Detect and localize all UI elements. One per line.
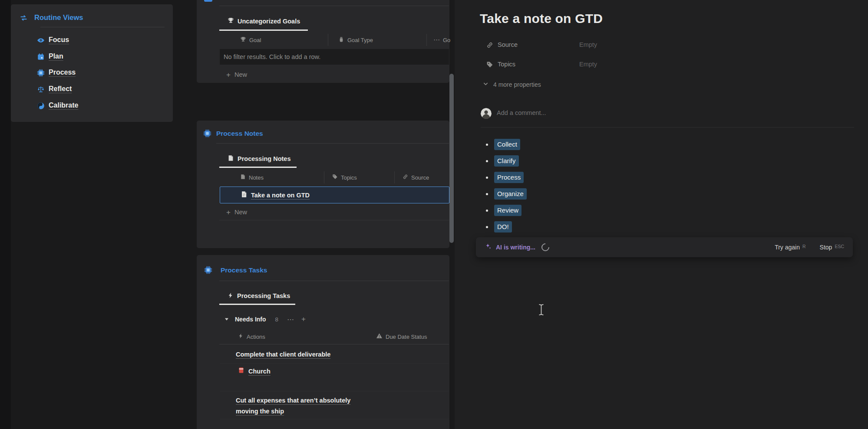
group-header-needs-info: Needs Info 8 ⋯ + [224, 313, 306, 325]
new-row-button[interactable]: + New [220, 205, 449, 219]
property-value[interactable]: Empty [579, 61, 597, 68]
triangle-down-icon[interactable] [224, 315, 229, 323]
selected-note-row[interactable]: Take a note on GTD [220, 187, 449, 203]
task-title: Cut all expenses that aren’t absolutely … [236, 397, 350, 415]
sparkle-icon [485, 243, 492, 252]
divider [219, 344, 449, 344]
task-title: Church [248, 368, 271, 375]
group-add-icon[interactable]: + [301, 315, 306, 324]
task-row[interactable]: Cut all expenses that aren’t absolutely … [236, 395, 366, 417]
process-notes-card [197, 121, 449, 248]
task-row[interactable]: Church [238, 367, 271, 375]
tab-label: Processing Notes [238, 155, 291, 162]
warning-icon [376, 333, 383, 341]
tag-icon [486, 61, 493, 70]
tab-uncategorized-goals[interactable]: Uncategorized Goals [219, 13, 308, 31]
try-again-label: Try again [775, 244, 800, 251]
sidebar-item-label[interactable]: Plan [49, 52, 63, 60]
empty-results-text: No filter results. Click to add a row. [224, 53, 320, 60]
column-divider [328, 34, 328, 46]
list-item: Process [494, 172, 524, 183]
note-row-title: Take a note on GTD [251, 192, 310, 199]
list-item: Clarify [494, 155, 519, 167]
new-row-button[interactable]: + New [220, 68, 449, 82]
section-title-process-notes[interactable]: Process Notes [216, 130, 263, 138]
property-value[interactable]: Empty [579, 41, 597, 48]
column-label: Due Date Status [386, 334, 427, 340]
column-divider [324, 171, 324, 183]
column-header-due-date-status[interactable]: Due Date Status [376, 331, 427, 343]
plus-icon: + [226, 209, 231, 216]
column-divider [394, 171, 395, 183]
bullet-dot [486, 144, 488, 146]
divider [219, 281, 449, 281]
chip-icon [204, 266, 212, 276]
more-properties-toggle[interactable]: 4 more properties [483, 81, 541, 88]
group-more-icon[interactable]: ⋯ [287, 315, 294, 324]
vertical-scrollbar[interactable] [449, 74, 454, 243]
text-cursor [538, 304, 544, 318]
list-item: Organize [494, 188, 527, 200]
comment-input[interactable]: Add a comment... [497, 109, 546, 116]
column-header-actions[interactable]: Actions [238, 331, 265, 343]
task-row[interactable]: Complete that client deliverable [236, 350, 330, 358]
tag-icon [332, 174, 338, 181]
sync-icon [20, 14, 28, 22]
column-label: Actions [247, 334, 265, 340]
tab-label: Processing Tasks [237, 292, 290, 299]
yinyang-icon [37, 102, 45, 111]
list-item: Review [494, 205, 521, 216]
column-label: Go [443, 37, 450, 43]
divider [40, 27, 165, 27]
ai-writing-bar: AI is writing... Try againR StopESC [476, 237, 853, 257]
more-properties-label: 4 more properties [493, 81, 541, 88]
plus-icon: + [226, 71, 231, 79]
group-count: 8 [275, 316, 279, 323]
chip-icon [37, 69, 45, 79]
bullet-dot [486, 210, 488, 212]
ai-status-text: AI is writing... [496, 244, 535, 251]
page-title: Take a note on GTD [480, 11, 603, 26]
column-header-topics[interactable]: Topics [332, 171, 357, 183]
column-header-truncated[interactable]: ⋯ Go [433, 34, 450, 46]
spinner-icon [540, 242, 551, 252]
tab-processing-notes[interactable]: Processing Notes [219, 151, 297, 168]
shortcut-key-esc: ESC [835, 244, 844, 249]
section-title-process-tasks[interactable]: Process Tasks [221, 266, 267, 274]
scales-icon [37, 85, 45, 95]
sidebar-item-label[interactable]: Calibrate [49, 102, 78, 109]
bullet-dot [486, 160, 488, 162]
column-header-notes[interactable]: Notes [240, 171, 264, 183]
routine-views-card [11, 4, 173, 122]
column-header-goal-type[interactable]: Goal Type [338, 34, 373, 46]
stop-button[interactable]: StopESC [820, 244, 844, 251]
column-header-goal[interactable]: Goal [240, 34, 261, 46]
row-divider [220, 364, 449, 364]
sidebar-item-label[interactable]: Process [49, 69, 76, 76]
property-label: Topics [498, 61, 515, 68]
column-divider [426, 34, 427, 46]
try-again-button[interactable]: Try againR [775, 244, 805, 251]
app-root: Routine Views Focus Plan Process [0, 0, 868, 429]
avatar [481, 108, 492, 119]
calendar-icon [37, 53, 45, 62]
divider [219, 6, 449, 6]
sidebar-item-label[interactable]: Reflect [49, 85, 72, 93]
note-icon [240, 174, 246, 181]
sidebar-title[interactable]: Routine Views [34, 13, 83, 22]
empty-results-row[interactable]: No filter results. Click to add a row. [220, 49, 449, 65]
property-label: Source [498, 41, 518, 48]
shortcut-key-r: R [802, 244, 806, 249]
sidebar-item-label[interactable]: Focus [49, 36, 69, 44]
note-icon [228, 155, 234, 163]
stop-label: Stop [820, 244, 832, 251]
clipped-section-icon [204, 0, 212, 2]
ellipsis-icon: ⋯ [433, 36, 440, 44]
tab-processing-tasks[interactable]: Processing Tasks [219, 288, 295, 305]
chip-icon [203, 129, 211, 139]
group-name[interactable]: Needs Info [235, 316, 266, 323]
divider [216, 143, 449, 144]
divider [219, 220, 449, 220]
column-label: Notes [249, 174, 264, 181]
column-header-source[interactable]: Source [403, 171, 429, 183]
